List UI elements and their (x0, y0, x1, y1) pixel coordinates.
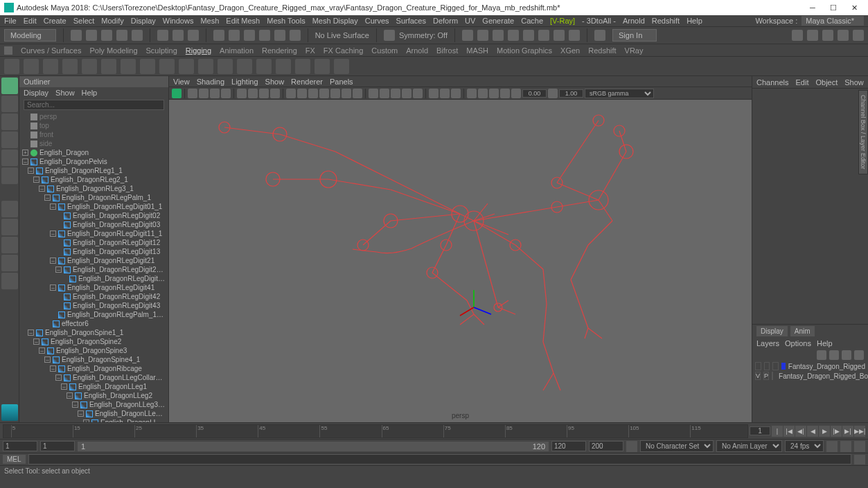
tree-item[interactable]: –English_DragonRLegDigit41 (19, 283, 168, 292)
tree-item[interactable]: English_DragonRLegDigit02 (19, 211, 168, 220)
select-component-icon[interactable] (188, 30, 199, 41)
vp-icon-22[interactable] (429, 89, 439, 98)
vp-icon-4[interactable] (210, 89, 220, 98)
outliner-menu-help[interactable]: Help (82, 89, 98, 97)
tab-mash[interactable]: MASH (466, 46, 488, 55)
save-scene-icon[interactable] (101, 30, 112, 41)
tree-item[interactable]: –English_DragonRLegDigit22_1 (19, 265, 168, 274)
hypershade-icon[interactable] (594, 30, 605, 41)
expander-icon[interactable]: – (78, 410, 84, 417)
mode-dropdown[interactable]: Modeling (4, 29, 56, 42)
snap-live-icon[interactable] (290, 30, 301, 41)
side-tab-channelbox[interactable]: Channel Box / Layer Editor (858, 90, 868, 174)
script-editor-icon[interactable] (854, 455, 865, 464)
tree-item[interactable]: English_DragonRLegDigit42 (19, 292, 168, 301)
fps-dropdown[interactable]: 24 fps (785, 440, 824, 452)
shelf-icon-7[interactable] (121, 59, 136, 74)
tree-item[interactable]: persp (19, 112, 168, 121)
close-button[interactable]: ✕ (844, 1, 864, 14)
layer-icon-3[interactable] (842, 350, 851, 360)
far-clip-input[interactable] (559, 89, 583, 98)
vp-icon-26[interactable] (478, 89, 488, 98)
expander-icon[interactable]: – (50, 231, 56, 237)
menu-redshift[interactable]: Redshift (652, 17, 680, 25)
vp-icon-17[interactable] (369, 89, 378, 98)
viewport-menu-shading[interactable]: Shading (197, 78, 224, 86)
vp-icon-14[interactable] (330, 89, 340, 98)
menu-edit[interactable]: Edit (24, 17, 37, 25)
shelf-icon-11[interactable] (198, 59, 213, 74)
layer-play[interactable] (764, 362, 770, 370)
expander-icon[interactable]: + (83, 419, 89, 422)
loop-icon[interactable] (826, 441, 838, 452)
vp-icon-21[interactable] (413, 89, 423, 98)
tab-fx[interactable]: FX (305, 46, 315, 55)
time-ruler[interactable]: 5152535455565758595105115 (3, 424, 748, 438)
step-forward-key-button[interactable]: ▶| (842, 426, 853, 437)
menu-dtoall[interactable]: - 3DtoAll - (582, 17, 616, 25)
select-object-icon[interactable] (172, 30, 184, 41)
tree-item[interactable]: English_DragonRLegDigit03 (19, 220, 168, 229)
vp-icon-6[interactable] (237, 89, 247, 98)
play-forward-button[interactable]: ▶ (819, 426, 830, 437)
expander-icon[interactable]: – (28, 168, 34, 174)
range-start-input[interactable] (40, 441, 75, 451)
tab-polymodeling[interactable]: Poly Modeling (89, 46, 137, 55)
outliner-menu-show[interactable]: Show (55, 89, 75, 97)
vp-icon-29[interactable] (511, 89, 521, 98)
vp-icon-13[interactable] (319, 89, 329, 98)
shelf-icon-16[interactable] (295, 59, 310, 74)
viewport-menu-panels[interactable]: Panels (330, 78, 353, 86)
script-lang[interactable]: MEL (3, 455, 26, 464)
tree-item[interactable]: –English_DragonLLeg2 (19, 391, 168, 400)
range-bar[interactable]: 1120 (78, 442, 549, 451)
tab-sculpting[interactable]: Sculpting (146, 46, 177, 55)
new-scene-icon[interactable] (71, 30, 82, 41)
shelf-icon-17[interactable] (315, 59, 330, 74)
layer-row[interactable]: VPFantasy_Dragon_Rigged_Bone (752, 371, 868, 381)
lock-icon[interactable] (853, 30, 864, 41)
tab-redshift[interactable]: Redshift (588, 46, 616, 55)
layer-type[interactable] (772, 372, 773, 380)
viewport-menu-renderer[interactable]: Renderer (291, 78, 323, 86)
menu-windows[interactable]: Windows (163, 17, 194, 25)
snap-projected-icon[interactable] (259, 30, 270, 41)
redo-icon[interactable] (132, 30, 143, 41)
shelf-icon-4[interactable] (62, 59, 78, 74)
vp-icon-25[interactable] (467, 89, 477, 98)
tree-item[interactable]: –English_DragonLLeg3_1 (19, 400, 168, 409)
anim-start-input[interactable] (3, 441, 37, 451)
layer-icon-1[interactable] (817, 350, 826, 360)
expander-icon[interactable]: – (67, 392, 73, 399)
expander-icon[interactable]: – (50, 204, 56, 210)
tree-item[interactable]: English_DragonRLegPalm_1_orientCo (19, 310, 168, 319)
render-icon[interactable] (523, 30, 534, 41)
live-surface-label[interactable]: No Live Surface (315, 31, 369, 39)
layout4-icon[interactable] (838, 30, 849, 41)
step-back-key-button[interactable]: |◀ (783, 426, 795, 437)
expander-icon[interactable]: – (61, 383, 67, 390)
vp-icon-9[interactable] (270, 89, 280, 98)
tree-item[interactable]: –English_DragonRLeg3_1 (19, 184, 168, 193)
shelf-icon-15[interactable] (276, 59, 291, 74)
gamma-dropdown[interactable]: sRGB gamma (585, 89, 654, 98)
tree-item[interactable]: –English_DragonRLegDigit01_1 (19, 202, 168, 211)
paint-select-tool[interactable] (1, 114, 18, 130)
tab-curvessurfaces[interactable]: Curves / Surfaces (21, 46, 81, 55)
undo-icon[interactable] (116, 30, 127, 41)
tab-animation[interactable]: Animation (220, 46, 254, 55)
outliner-tree[interactable]: persptopfrontside+English_Dragon–English… (19, 111, 168, 422)
expander-icon[interactable]: – (44, 195, 51, 201)
vp-icon-3[interactable] (199, 89, 209, 98)
menu-meshtools[interactable]: Mesh Tools (267, 17, 305, 25)
autokey-icon[interactable] (840, 441, 851, 452)
layout1-icon[interactable] (792, 30, 803, 41)
anim-layer-dropdown[interactable]: No Anim Layer (716, 440, 782, 452)
move-tool[interactable] (1, 132, 18, 148)
maximize-button[interactable]: ☐ (824, 1, 843, 14)
play-back-button[interactable]: ◀ (807, 426, 818, 437)
tab-fxcaching[interactable]: FX Caching (324, 46, 363, 55)
symmetry-icon[interactable] (384, 30, 395, 41)
menu-mesh[interactable]: Mesh (200, 17, 219, 25)
vp-icon-11[interactable] (297, 89, 307, 98)
